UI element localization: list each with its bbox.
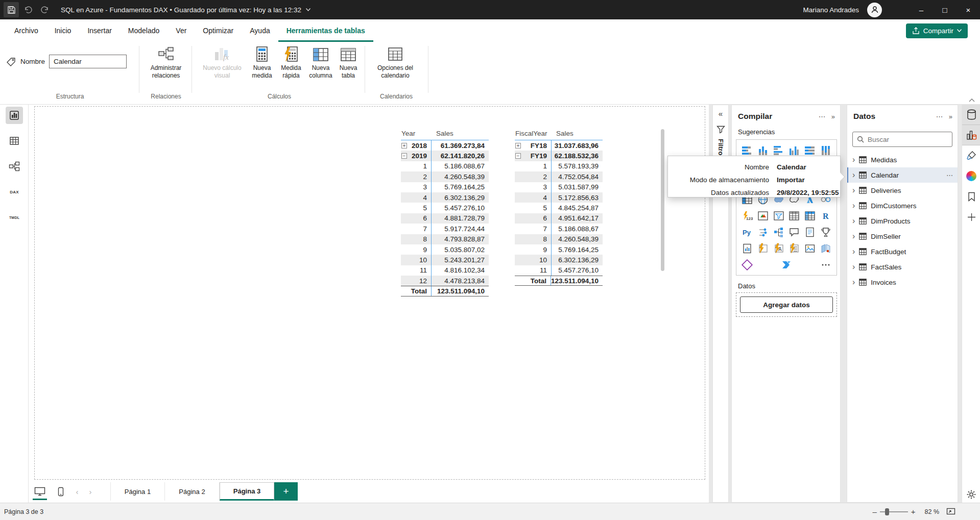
settings-button[interactable] — [962, 489, 980, 500]
table-row[interactable]: 24.752.054,84 — [515, 171, 603, 182]
table-row[interactable]: 55.457.276,10 — [401, 203, 489, 213]
chevron-right-icon[interactable]: › — [852, 247, 855, 256]
chevron-right-icon[interactable]: › — [852, 186, 855, 195]
add-pane-button[interactable] — [962, 207, 980, 227]
chevron-right-icon[interactable]: › — [852, 262, 855, 271]
column-header[interactable]: Sales — [552, 127, 603, 140]
table-row[interactable]: 84.793.828,87 — [401, 234, 489, 244]
table-row[interactable]: 114.816.102,34 — [401, 265, 489, 276]
redo-button[interactable] — [36, 0, 54, 19]
preview-visual-3-icon[interactable] — [787, 242, 801, 255]
menu-tab-inicio[interactable]: Inicio — [46, 19, 80, 42]
python-visual-icon[interactable]: Py — [740, 226, 754, 239]
preview-visual-1-icon[interactable] — [756, 242, 770, 255]
table-row[interactable]: 15.578.193,39 — [515, 161, 603, 171]
table-row[interactable]: 54.845.254,87 — [515, 203, 603, 213]
qa-icon[interactable] — [787, 226, 801, 239]
more-visuals-icon[interactable] — [819, 258, 832, 271]
menu-tab-archivo[interactable]: Archivo — [6, 19, 46, 42]
field-list-item-calendar[interactable]: › Calendar⋯ — [847, 167, 958, 183]
image-icon[interactable] — [803, 242, 817, 255]
account-avatar[interactable] — [867, 3, 882, 17]
manage-relationships-button[interactable]: Administrar relaciones — [144, 44, 188, 79]
table-row[interactable]: 95.035.807,02 — [401, 244, 489, 255]
report-canvas[interactable]: YearSales+201861.369.273,84−201962.141.8… — [29, 105, 709, 503]
table-visual-fiscalyear[interactable]: FiscalYearSales+FY1831.037.683,96−FY1962… — [515, 127, 603, 286]
close-button[interactable]: × — [957, 0, 980, 19]
save-button[interactable] — [4, 2, 19, 17]
table-row[interactable]: 35.031.587,99 — [515, 182, 603, 192]
menu-tab-ver[interactable]: Ver — [168, 19, 195, 42]
field-list-item-dimcustomers[interactable]: › DimCustomers — [847, 198, 958, 213]
table-row[interactable]: +FY1831.037.683,96 — [515, 140, 603, 151]
page-tab-página-3[interactable]: Página 3 — [220, 482, 274, 501]
table-row[interactable]: 64.881.728,79 — [401, 213, 489, 224]
search-box[interactable] — [852, 132, 952, 147]
expand-toggle-icon[interactable]: − — [515, 153, 521, 159]
menu-tab-ayuda[interactable]: Ayuda — [242, 19, 278, 42]
share-button[interactable]: Compartir — [906, 23, 968, 38]
field-list-item-dimseller[interactable]: › DimSeller — [847, 229, 958, 244]
table-row[interactable]: 105.243.201,27 — [401, 255, 489, 265]
minimize-button[interactable]: – — [910, 0, 933, 19]
table-row[interactable]: 106.302.136,29 — [515, 255, 603, 265]
table-row[interactable]: 46.302.136,29 — [401, 192, 489, 203]
table-row[interactable]: 124.478.213,84 — [401, 276, 489, 286]
build-pane-collapse-button[interactable]: » — [831, 113, 835, 120]
filter-funnel-icon[interactable] — [716, 125, 725, 134]
model-view-button[interactable] — [6, 158, 23, 175]
undo-button[interactable] — [19, 0, 36, 19]
expand-toggle-icon[interactable]: + — [515, 143, 521, 148]
table-row[interactable]: 45.172.856,63 — [515, 192, 603, 203]
menu-tab-optimizar[interactable]: Optimizar — [195, 19, 242, 42]
zoom-slider[interactable] — [880, 511, 908, 512]
report-view-button[interactable] — [6, 107, 23, 124]
quick-measure-button[interactable]: Medida rápida — [277, 44, 305, 79]
table-row[interactable]: 24.260.548,39 — [401, 171, 489, 182]
zoom-slider-thumb[interactable] — [885, 508, 889, 515]
chevron-right-icon[interactable]: › — [852, 278, 855, 287]
menu-tab-insertar[interactable]: Insertar — [79, 19, 119, 42]
canvas-scrollbar[interactable] — [661, 129, 664, 271]
page-tab-página-2[interactable]: Página 2 — [165, 482, 220, 501]
preview-visual-2-icon[interactable]: A — [772, 242, 785, 255]
calendar-options-button[interactable]: Opciones del calendario — [369, 44, 422, 79]
data-pane-switch-button[interactable] — [962, 105, 980, 125]
field-list-item-deliveries[interactable]: › Deliveries — [847, 183, 958, 198]
document-title-menu[interactable]: SQL en Azure - Fundamentos DAX • Guardad… — [61, 6, 310, 14]
fit-to-page-button[interactable] — [946, 508, 955, 515]
expand-panes-button[interactable]: « — [719, 109, 723, 118]
page-tab-página-1[interactable]: Página 1 — [110, 482, 165, 501]
tmdl-view-button[interactable]: TMDL — [6, 209, 23, 226]
next-page-button[interactable]: › — [84, 482, 97, 501]
calculation-group-icon[interactable]: 123 — [740, 209, 754, 222]
table-row[interactable]: +201861.369.273,84 — [401, 140, 489, 151]
expand-toggle-icon[interactable]: + — [401, 143, 407, 148]
table-row[interactable]: 84.260.548,39 — [515, 234, 603, 244]
smart-narrative-icon[interactable] — [803, 226, 817, 239]
zoom-out-button[interactable]: – — [869, 507, 879, 516]
add-data-button[interactable]: Agregar datos — [740, 296, 833, 313]
arcgis-map-icon[interactable] — [819, 242, 832, 255]
mobile-layout-button[interactable] — [51, 482, 70, 501]
table-row[interactable]: 35.769.164,25 — [401, 182, 489, 192]
data-pane-collapse-button[interactable]: » — [949, 113, 952, 120]
field-item-more-button[interactable]: ⋯ — [946, 171, 953, 179]
table-row[interactable]: −201962.141.820,26 — [401, 151, 489, 161]
table-icon[interactable] — [787, 209, 801, 222]
new-page-button[interactable]: + — [274, 482, 298, 501]
build-pane-switch-button[interactable] — [962, 125, 980, 145]
kpi-icon[interactable] — [756, 209, 770, 222]
chevron-right-icon[interactable]: › — [852, 216, 855, 226]
dax-query-view-button[interactable]: DAX — [6, 183, 23, 201]
table-row[interactable]: 75.917.724,44 — [401, 224, 489, 234]
slicer-icon[interactable] — [772, 209, 785, 222]
r-script-icon[interactable]: R — [819, 209, 832, 222]
build-pane-more-button[interactable]: ⋯ — [819, 112, 826, 120]
data-pane-more-button[interactable]: ⋯ — [936, 112, 944, 120]
field-list-item-invoices[interactable]: › Invoices — [847, 275, 958, 290]
chevron-right-icon[interactable]: › — [852, 155, 855, 164]
chevron-right-icon[interactable]: › — [852, 170, 855, 180]
table-name-input[interactable] — [49, 55, 127, 68]
table-visual-year[interactable]: YearSales+201861.369.273,84−201962.141.8… — [401, 127, 489, 296]
